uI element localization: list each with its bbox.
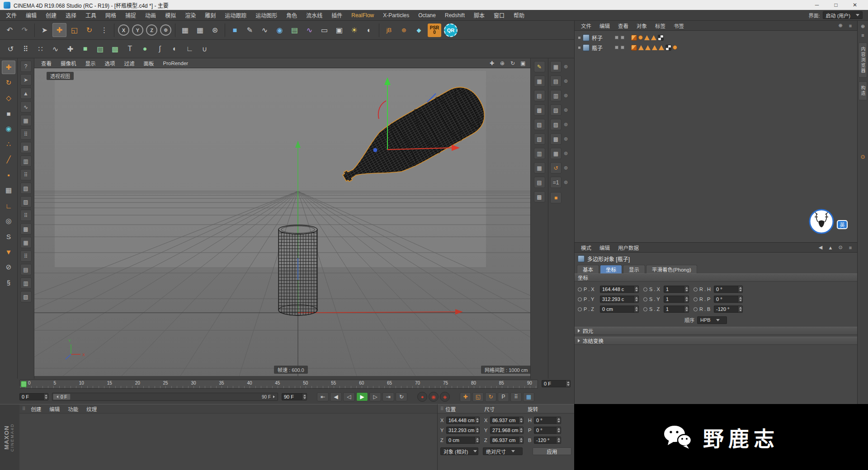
- extrude-icon[interactable]: ■: [78, 42, 92, 56]
- zoom-view-icon[interactable]: ⊕: [498, 59, 507, 67]
- axis-tool-icon[interactable]: ∟: [183, 42, 197, 56]
- y-axis-lock[interactable]: Y: [132, 24, 143, 36]
- prev-frame-button[interactable]: ◁: [343, 392, 355, 401]
- spinner[interactable]: [684, 286, 689, 292]
- z-axis-lock[interactable]: Z: [146, 24, 157, 36]
- viewport-menu-item[interactable]: 面板: [140, 60, 158, 67]
- paint-mode-icon[interactable]: ▼: [2, 245, 15, 258]
- viewport-menu-item[interactable]: 过滤: [120, 60, 139, 67]
- attr-lock-icon[interactable]: ⊙: [836, 244, 844, 251]
- menu-item[interactable]: 运动图形: [251, 10, 281, 21]
- cube-primitive-icon[interactable]: ■: [228, 23, 242, 37]
- right-palette-item[interactable]: ▤ ⊛: [550, 75, 569, 87]
- gear-icon[interactable]: ⊛: [563, 179, 569, 185]
- goto-start-button[interactable]: ⇤: [317, 392, 329, 401]
- menu-item[interactable]: 编辑: [22, 10, 41, 21]
- annotate-icon[interactable]: ✎: [534, 61, 545, 72]
- attribute-tab[interactable]: 基本: [577, 265, 599, 273]
- sphere-tool-icon[interactable]: ●: [138, 42, 152, 56]
- menu-item[interactable]: 动画: [141, 10, 160, 21]
- snap-toggle-icon[interactable]: ◇: [2, 91, 15, 105]
- add-point-icon[interactable]: ✚: [63, 42, 77, 56]
- jb-plugin-icon[interactable]: jB: [382, 23, 396, 37]
- editor-visibility-dot[interactable]: [615, 36, 618, 39]
- sweep-icon[interactable]: ∫: [153, 42, 167, 56]
- uv-mode-icon[interactable]: ▦: [2, 183, 15, 197]
- coord-mode-dropdown[interactable]: 对象 (相对): [440, 447, 478, 455]
- maximize-button[interactable]: □: [826, 0, 845, 10]
- attribute-tab[interactable]: 平滑着色(Phong): [646, 265, 697, 273]
- section-quaternion[interactable]: 四元: [575, 327, 857, 335]
- menu-item[interactable]: 流水线: [302, 10, 326, 21]
- current-frame-field[interactable]: 0 F: [542, 380, 571, 387]
- coordinate-system-toggle[interactable]: ⊕: [160, 24, 171, 36]
- menu-item[interactable]: 工具: [81, 10, 100, 21]
- keyframe-circle[interactable]: [643, 287, 647, 291]
- psr-plugin-button[interactable]: PSR 0: [428, 24, 441, 37]
- left-palette-icon[interactable]: ▦: [20, 115, 32, 126]
- spinner[interactable]: [634, 286, 638, 292]
- render-visibility-dot[interactable]: [621, 36, 624, 39]
- magnet-icon[interactable]: ∪: [198, 42, 212, 56]
- floor-environment-icon[interactable]: ▭: [317, 23, 331, 37]
- menu-item[interactable]: X-Particles: [379, 10, 413, 21]
- size-y-field[interactable]: 271.968 cm: [490, 427, 524, 434]
- rb-field[interactable]: -120 °: [714, 306, 743, 313]
- render-picture-viewer-icon[interactable]: ▦: [193, 23, 207, 37]
- timeline-window-button[interactable]: ▦: [523, 392, 534, 402]
- record-keyframe-button[interactable]: ●: [417, 392, 427, 402]
- left-palette-icon[interactable]: ▤: [20, 142, 32, 153]
- spinner[interactable]: [634, 306, 638, 312]
- viewport-menu-item[interactable]: 选项: [101, 60, 119, 67]
- attr-back-icon[interactable]: ◀: [816, 244, 825, 251]
- move-mode-icon[interactable]: ✚: [2, 61, 15, 74]
- menu-item[interactable]: 帮助: [509, 10, 528, 21]
- rotate-view-icon[interactable]: ↻: [508, 59, 517, 67]
- spinner[interactable]: [556, 427, 561, 433]
- left-palette-icon[interactable]: ▦: [20, 237, 32, 248]
- pan-view-icon[interactable]: ✚: [487, 59, 496, 67]
- om-menu-item[interactable]: 编辑: [596, 21, 613, 31]
- right-palette-icon[interactable]: ▨: [534, 119, 545, 130]
- spinner[interactable]: [519, 417, 523, 423]
- menu-item[interactable]: 文件: [2, 10, 21, 21]
- om-menu-item[interactable]: 文件: [577, 21, 595, 31]
- undo-icon[interactable]: ↶: [3, 23, 17, 37]
- mesh-dots-icon[interactable]: ⠿: [19, 42, 33, 56]
- keyframe-circle[interactable]: [578, 287, 582, 291]
- pos-z-field[interactable]: 0 cm: [446, 437, 480, 444]
- right-palette-item[interactable]: ↺ ⊛: [550, 162, 569, 174]
- uvw-tag-icon[interactable]: [665, 45, 671, 51]
- camera-icon[interactable]: ▣: [332, 23, 346, 37]
- render-settings-icon[interactable]: ⊛: [208, 23, 222, 37]
- pos-x-field[interactable]: 164.448 cm: [446, 417, 480, 424]
- grip-icon[interactable]: ⠿: [22, 406, 25, 411]
- menu-item[interactable]: 运动跟踪: [221, 10, 250, 21]
- keyframe-circle[interactable]: [693, 307, 698, 311]
- spline-primitive-icon[interactable]: ∿: [258, 23, 272, 37]
- attr-menu-item[interactable]: 用户数据: [614, 243, 642, 253]
- menu-item[interactable]: 脚本: [470, 10, 489, 21]
- xparticles-plugin-icon[interactable]: ◆: [412, 23, 426, 37]
- right-palette-item[interactable]: ▦ ⊛: [550, 148, 569, 159]
- om-menu-item[interactable]: 对象: [633, 21, 651, 31]
- shading-icon[interactable]: ◐: [168, 42, 182, 56]
- spinner[interactable]: [475, 437, 479, 443]
- right-palette-item[interactable]: ▩ ⊛: [550, 133, 569, 145]
- spinner[interactable]: [634, 296, 638, 302]
- attribute-tab[interactable]: 坐标: [600, 265, 622, 273]
- polygon-mode-icon[interactable]: ▪: [2, 168, 15, 182]
- viewport-menu-item[interactable]: 摄像机: [57, 60, 80, 67]
- material-menu-item[interactable]: 功能: [64, 404, 82, 414]
- playhead[interactable]: [21, 381, 27, 387]
- toggle-view-icon[interactable]: ▣: [519, 59, 528, 67]
- gear-icon[interactable]: ⊛: [563, 122, 569, 127]
- om-menu-item[interactable]: 标签: [651, 21, 669, 31]
- sy-field[interactable]: 1: [664, 296, 689, 303]
- apply-button[interactable]: 应用: [533, 447, 571, 455]
- spinner[interactable]: [556, 417, 561, 423]
- filter-scale-button[interactable]: ◱: [472, 392, 484, 402]
- viewport-menu-item[interactable]: 显示: [81, 60, 100, 67]
- menu-item[interactable]: 模拟: [161, 10, 180, 21]
- menu-item[interactable]: 角色: [282, 10, 301, 21]
